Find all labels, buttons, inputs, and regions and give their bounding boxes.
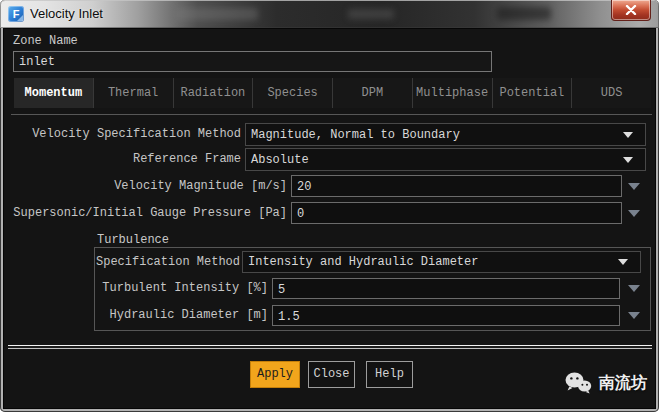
profile-option-arrow-icon[interactable] (628, 312, 640, 319)
close-button[interactable] (611, 0, 651, 21)
tab-dpm[interactable]: DPM (333, 78, 413, 108)
chevron-down-icon (618, 259, 628, 265)
velocity-inlet-dialog: F Velocity Inlet Zone Name Momentum Ther… (0, 0, 659, 412)
window-title: Velocity Inlet (30, 0, 103, 28)
reference-frame-value: Absolute (246, 153, 623, 167)
turbulence-spec-method-label: Specification Method (96, 251, 239, 273)
reference-frame-dropdown[interactable]: Absolute (245, 148, 646, 171)
profile-option-arrow-icon[interactable] (628, 285, 640, 292)
turbulence-spec-method-value: Intensity and Hydraulic Diameter (243, 255, 618, 269)
fluent-app-icon: F (8, 6, 24, 22)
tab-momentum[interactable]: Momentum (14, 78, 94, 108)
apply-button[interactable]: Apply (250, 361, 300, 388)
chevron-down-icon (623, 157, 633, 163)
velocity-spec-method-label: Velocity Specification Method (3, 123, 241, 146)
wechat-icon (564, 371, 592, 395)
supersonic-gauge-pressure-label: Supersonic/Initial Gauge Pressure [Pa] (3, 202, 287, 224)
hydraulic-diameter-input[interactable] (272, 305, 620, 326)
turbulence-spec-method-dropdown[interactable]: Intensity and Hydraulic Diameter (242, 251, 641, 273)
chevron-down-icon (623, 132, 633, 138)
turbulent-intensity-input[interactable] (272, 278, 620, 299)
tab-bar-divider (11, 114, 652, 115)
titlebar[interactable]: F Velocity Inlet (0, 0, 659, 28)
close-icon (625, 5, 637, 15)
tab-multiphase[interactable]: Multiphase (413, 78, 493, 108)
tab-species[interactable]: Species (253, 78, 333, 108)
tab-radiation[interactable]: Radiation (174, 78, 254, 108)
watermark: 南流坊 (564, 370, 647, 396)
background-blur-decoration (497, 7, 551, 20)
dialog-body: Zone Name Momentum Thermal Radiation Spe… (3, 28, 656, 409)
help-button[interactable]: Help (366, 361, 413, 388)
velocity-magnitude-label: Velocity Magnitude [m/s] (3, 175, 287, 197)
supersonic-gauge-pressure-input[interactable] (291, 202, 622, 224)
watermark-text: 南流坊 (599, 373, 647, 394)
zone-name-input[interactable] (13, 51, 492, 72)
background-blur-decoration (176, 8, 258, 20)
background-blur-decoration (348, 9, 394, 19)
profile-option-arrow-icon[interactable] (628, 183, 640, 190)
reference-frame-label: Reference Frame (3, 148, 241, 171)
tab-uds[interactable]: UDS (572, 78, 651, 108)
close-dialog-button[interactable]: Close (308, 361, 355, 388)
zone-name-label: Zone Name (13, 34, 78, 48)
tab-potential[interactable]: Potential (493, 78, 573, 108)
tab-thermal[interactable]: Thermal (94, 78, 174, 108)
velocity-spec-method-dropdown[interactable]: Magnitude, Normal to Boundary (245, 123, 646, 146)
turbulence-section-title: Turbulence (97, 233, 169, 247)
profile-option-arrow-icon[interactable] (628, 210, 640, 217)
tab-bar: Momentum Thermal Radiation Species DPM M… (14, 78, 651, 108)
fluent-icon-letter: F (13, 8, 20, 20)
footer-divider (8, 345, 652, 349)
velocity-spec-method-value: Magnitude, Normal to Boundary (246, 128, 623, 142)
velocity-magnitude-input[interactable] (291, 175, 622, 197)
turbulent-intensity-label: Turbulent Intensity [%] (96, 278, 268, 299)
hydraulic-diameter-label: Hydraulic Diameter [m] (96, 305, 268, 326)
